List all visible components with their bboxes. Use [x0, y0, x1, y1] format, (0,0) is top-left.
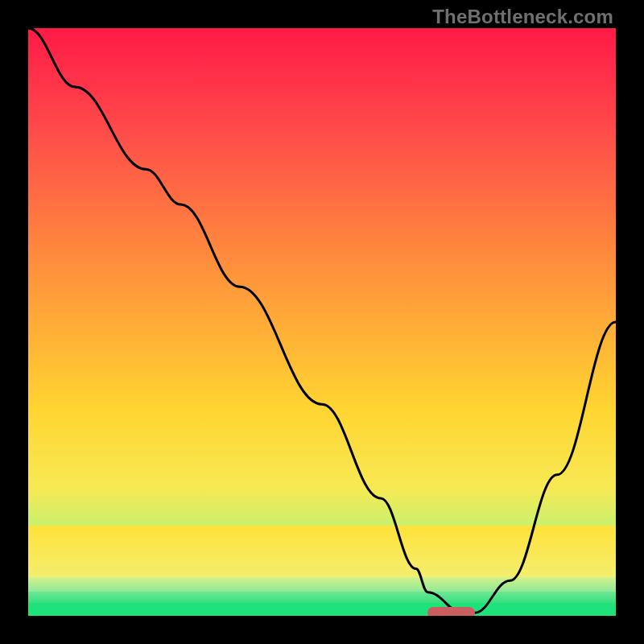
optimal-marker [427, 607, 474, 616]
plot-area [28, 28, 616, 616]
watermark-text: TheBottleneck.com [432, 6, 613, 28]
bottleneck-curve [28, 28, 616, 616]
chart-frame: TheBottleneck.com [0, 0, 644, 644]
